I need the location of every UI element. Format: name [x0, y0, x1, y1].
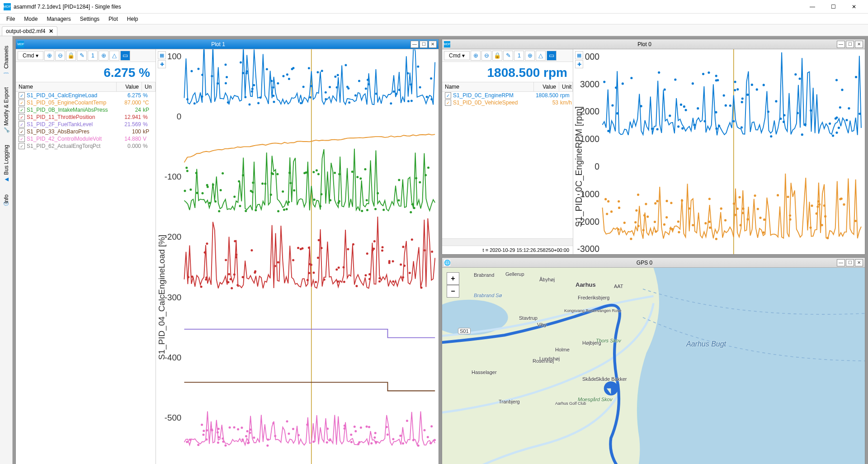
- display-icon[interactable]: ▭: [547, 51, 557, 61]
- window-close-button[interactable]: ✕: [844, 0, 864, 14]
- channel-row[interactable]: ✓S1_PID_0B_IntakeManiAbsPress24kP: [16, 106, 156, 114]
- plot0-minimize-button[interactable]: —: [837, 41, 845, 48]
- side-tab-channels[interactable]: 〰Channels: [0, 40, 12, 81]
- channel-checkbox[interactable]: ✓: [19, 143, 25, 149]
- file-tab[interactable]: output-obd2.mf4 ✕: [2, 26, 57, 36]
- svg-point-272: [266, 445, 269, 447]
- channel-row[interactable]: ✓S1_PID_04_CalcEngineLoad6.275%: [16, 92, 156, 99]
- cmd-dropdown[interactable]: Cmd▾: [444, 51, 470, 60]
- channel-row[interactable]: ✓S1_PID_05_EngineCoolantTemp87.000°C: [16, 99, 156, 106]
- lock-icon[interactable]: 🔒: [66, 51, 76, 61]
- channel-checkbox[interactable]: ✓: [19, 107, 25, 113]
- plot1-minimize-button[interactable]: —: [410, 41, 419, 48]
- triangle-icon[interactable]: △: [109, 51, 119, 61]
- svg-point-40: [334, 76, 336, 78]
- zoom-out-icon[interactable]: ⊖: [481, 51, 491, 61]
- menu-managers[interactable]: Managers: [42, 15, 75, 23]
- col-unit[interactable]: Un: [142, 82, 156, 91]
- triangle-icon[interactable]: △: [536, 51, 546, 61]
- plot0-chart[interactable]: ▦ ✚ 0003000200010000-1000-2000-3000-4000…: [573, 49, 865, 254]
- cmd-dropdown[interactable]: Cmd▾: [18, 51, 43, 60]
- channel-row[interactable]: ✓S1_PID_33_AbsBaroPres100kP: [16, 128, 156, 135]
- channel-row[interactable]: ✓S1_PID_0D_VehicleSpeed53km/h: [442, 99, 573, 106]
- svg-point-399: [611, 104, 613, 106]
- menu-mode[interactable]: Mode: [19, 15, 42, 23]
- grid-icon[interactable]: ▦: [158, 51, 166, 59]
- svg-point-414: [801, 133, 803, 136]
- map-zoom-out-button[interactable]: −: [447, 285, 459, 298]
- edit-icon[interactable]: ✎: [503, 51, 513, 61]
- svg-point-286: [245, 435, 247, 437]
- svg-point-173: [205, 276, 208, 279]
- plot0-titlebar[interactable]: MDF Plot 0 — ☐ ✕: [442, 39, 865, 49]
- plot0-close-button[interactable]: ✕: [855, 41, 863, 48]
- col-value[interactable]: Value: [534, 82, 559, 91]
- svg-point-231: [201, 424, 203, 426]
- edit-icon[interactable]: ✎: [77, 51, 87, 61]
- plot0-hscrollbar[interactable]: [442, 238, 573, 246]
- svg-point-260: [326, 427, 329, 430]
- channel-checkbox[interactable]: ✓: [19, 92, 25, 99]
- window-title: asammdf 7.2.1dev1 [PID=1284] - Single fi…: [14, 4, 802, 10]
- map-zoom-in-button[interactable]: +: [447, 272, 459, 285]
- col-name[interactable]: Name: [442, 82, 534, 91]
- svg-point-177: [411, 238, 413, 241]
- target-icon[interactable]: ⊕: [525, 51, 535, 61]
- window-maximize-button[interactable]: ☐: [823, 0, 844, 14]
- plot1-titlebar[interactable]: MDF Plot 1 — ☐ ✕: [16, 39, 439, 49]
- col-unit[interactable]: Unit: [559, 82, 573, 91]
- one-icon[interactable]: 1: [88, 51, 98, 61]
- channel-checkbox[interactable]: ✓: [19, 128, 25, 135]
- gps-map[interactable]: + − Aarhus Aarhus Bugt Brabrand Brabrand…: [442, 268, 865, 464]
- svg-point-60: [344, 64, 347, 66]
- channel-row[interactable]: ✓S1_PID_62_ActualEngTorqPct0.000%: [16, 142, 156, 150]
- side-tab-info[interactable]: ⓘInfo: [0, 189, 12, 216]
- target-icon[interactable]: ⊕: [99, 51, 108, 61]
- side-tab-modify-export[interactable]: 🔧Modify & Export: [0, 81, 12, 139]
- plot1-close-button[interactable]: ✕: [429, 41, 437, 48]
- svg-point-112: [356, 176, 359, 178]
- svg-point-274: [430, 425, 433, 427]
- channel-row[interactable]: ✓S1_PID_42_ControlModuleVolt14.880V: [16, 135, 156, 142]
- svg-point-147: [212, 184, 214, 186]
- gps-minimize-button[interactable]: —: [837, 259, 845, 266]
- channel-checkbox[interactable]: ✓: [19, 114, 25, 120]
- add-icon[interactable]: ✚: [158, 60, 166, 68]
- side-tab-bus-logging[interactable]: ▶Bus Logging: [0, 139, 12, 189]
- zoom-in-icon[interactable]: ⊕: [471, 51, 481, 61]
- plot1-chart[interactable]: ▦ ✚ 1000-100-200-300-400-500-600-700 S1_…: [156, 49, 439, 464]
- menu-plot[interactable]: Plot: [104, 15, 123, 23]
- channel-checkbox[interactable]: ✓: [19, 121, 25, 128]
- gps-close-button[interactable]: ✕: [855, 259, 863, 266]
- svg-point-27: [186, 98, 189, 100]
- plot1-maximize-button[interactable]: ☐: [420, 41, 428, 48]
- channel-row[interactable]: ✓S1_PID_11_ThrottlePosition12.941%: [16, 114, 156, 121]
- svg-point-384: [685, 109, 687, 111]
- zoom-out-icon[interactable]: ⊖: [55, 51, 65, 61]
- channel-checkbox[interactable]: ✓: [19, 99, 25, 106]
- channel-row[interactable]: ✓S1_PID_0C_EngineRPM1808.500rpm: [442, 92, 573, 99]
- channel-checkbox[interactable]: ✓: [445, 99, 451, 106]
- col-name[interactable]: Name: [16, 82, 117, 91]
- channel-checkbox[interactable]: ✓: [19, 136, 25, 142]
- grid-icon[interactable]: ▦: [575, 51, 583, 59]
- menu-settings[interactable]: Settings: [75, 15, 104, 23]
- channel-row[interactable]: ✓S1_PID_2F_FuelTankLevel21.569%: [16, 121, 156, 128]
- svg-point-466: [708, 221, 711, 223]
- lock-icon[interactable]: 🔒: [492, 51, 502, 61]
- menu-help[interactable]: Help: [123, 15, 143, 23]
- zoom-in-icon[interactable]: ⊕: [44, 51, 54, 61]
- window-minimize-button[interactable]: —: [802, 0, 823, 14]
- svg-point-69: [329, 86, 331, 88]
- svg-point-168: [368, 278, 371, 280]
- one-icon[interactable]: 1: [514, 51, 524, 61]
- plot0-maximize-button[interactable]: ☐: [846, 41, 854, 48]
- gps-titlebar[interactable]: 🌐 GPS 0 — ☐ ✕: [442, 258, 865, 268]
- add-icon[interactable]: ✚: [575, 60, 583, 68]
- menu-file[interactable]: File: [2, 15, 19, 23]
- gps-maximize-button[interactable]: ☐: [846, 259, 854, 266]
- col-value[interactable]: Value: [117, 82, 142, 91]
- file-tab-close-icon[interactable]: ✕: [49, 28, 53, 34]
- display-icon[interactable]: ▭: [120, 51, 130, 61]
- channel-checkbox[interactable]: ✓: [445, 92, 451, 99]
